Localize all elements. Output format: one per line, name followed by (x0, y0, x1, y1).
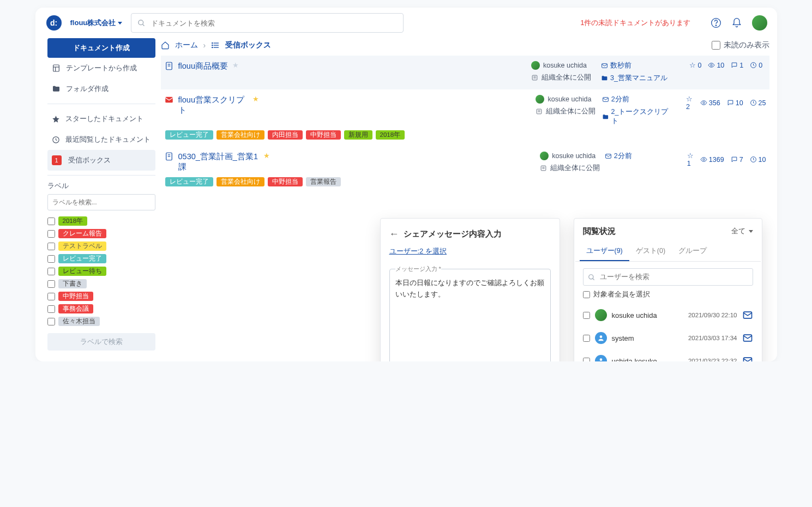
doc-title[interactable]: flouu商品概要 (178, 61, 228, 71)
user-row[interactable]: kosuke uchida 2021/09/30 22:10 (580, 304, 756, 327)
label-row[interactable]: レビュー完了 (47, 252, 155, 265)
doc-card[interactable]: flouu営業スクリプト ★ kosuke uchida 組織全体に公開 2分前… (161, 89, 769, 146)
breadcrumb-sep: › (203, 41, 206, 50)
star-icon[interactable]: ★ (232, 61, 239, 69)
label-checkbox[interactable] (47, 305, 55, 313)
breadcrumb-home[interactable]: ホーム (175, 40, 198, 50)
user-row[interactable]: uchida kosuke 2021/03/23 22:32 (580, 349, 756, 361)
sidebar-recent[interactable]: 最近閲覧したドキュメント (47, 129, 155, 150)
doc-time: 2分前 (605, 152, 675, 161)
user-select-link[interactable]: ユーザー:2 を選択 (389, 247, 447, 255)
doc-folder[interactable]: 3_営業マニュアル (601, 74, 677, 83)
stat-comments: 1 (731, 62, 743, 69)
doc-folder[interactable]: 2_トークスクリプト (602, 107, 674, 126)
svg-point-21 (711, 64, 712, 66)
envelope-icon[interactable] (742, 333, 753, 343)
svg-point-37 (703, 159, 705, 160)
label-tag: テストラベル (58, 242, 106, 251)
sidebar-starred[interactable]: スターしたドキュメント (47, 108, 155, 129)
doc-author: kosuke uchida (531, 61, 597, 70)
label-search-input[interactable] (47, 194, 155, 210)
doc-card[interactable]: flouu商品概要 ★ kosuke uchida 組織全体に公開 数秒前 3_… (161, 56, 769, 89)
label-row[interactable]: クレーム報告 (47, 227, 155, 240)
stat-history: 10 (750, 156, 766, 164)
create-doc-button[interactable]: ドキュメント作成 (47, 38, 155, 58)
stat-comments: 10 (727, 99, 743, 107)
message-textarea[interactable] (395, 277, 545, 361)
label-checkbox[interactable] (47, 255, 55, 263)
envelope-icon[interactable] (742, 355, 753, 361)
doc-tag: 2018年 (376, 130, 405, 140)
user-checkbox[interactable] (583, 358, 590, 362)
label-row[interactable]: 2018年 (47, 215, 155, 227)
label-checkbox[interactable] (47, 243, 55, 250)
label-row[interactable]: 下書き (47, 277, 155, 290)
label-checkbox[interactable] (47, 293, 55, 300)
help-icon[interactable] (711, 17, 721, 28)
svg-point-13 (212, 47, 213, 47)
doc-tag: 営業報告 (306, 177, 341, 186)
tab-groups[interactable]: グループ (672, 242, 713, 261)
label-checkbox[interactable] (47, 230, 55, 238)
sidebar-from-template[interactable]: テンプレートから作成 (47, 58, 155, 79)
unread-only-toggle[interactable]: 未読のみ表示 (712, 40, 769, 50)
label-row[interactable]: 事務会議 (47, 303, 155, 315)
user-checkbox[interactable] (583, 335, 590, 342)
doc-card[interactable]: 0530_営業計画_営業1課 ★ kosuke uchida 組織全体に公開 2… (161, 146, 769, 193)
sidebar-item-label: テンプレートから作成 (66, 63, 137, 73)
home-icon (161, 41, 170, 50)
filter-dropdown[interactable]: 全て (731, 227, 753, 236)
org-selector[interactable]: flouu株式会社 (70, 18, 123, 28)
user-row[interactable]: system 2021/03/03 17:34 (580, 327, 756, 349)
search-input[interactable] (131, 13, 404, 33)
user-avatar (595, 355, 607, 361)
user-name: system (612, 334, 634, 342)
stat-views: 1369 (700, 156, 724, 164)
label-row[interactable]: 中野担当 (47, 290, 155, 303)
sidebar-item-label: フォルダ作成 (66, 84, 109, 94)
caret-down-icon (118, 22, 122, 25)
select-all-checkbox[interactable] (583, 291, 590, 298)
label-tag: 下書き (58, 279, 87, 288)
doc-tag: 中野担当 (268, 177, 303, 186)
doc-tag: 内田担当 (268, 130, 303, 140)
user-timestamp: 2021/03/23 22:32 (688, 358, 737, 361)
label-checkbox[interactable] (47, 218, 55, 225)
user-name: kosuke uchida (612, 311, 657, 319)
unread-only-checkbox[interactable] (712, 41, 720, 50)
caret-down-icon (749, 230, 753, 233)
doc-author: kosuke uchida (540, 152, 600, 160)
star-icon[interactable]: ★ (263, 152, 270, 160)
back-arrow-icon[interactable]: ← (389, 228, 399, 240)
label-checkbox[interactable] (47, 318, 55, 325)
search-icon (588, 273, 596, 281)
svg-point-0 (139, 20, 143, 25)
svg-point-11 (212, 43, 213, 43)
label-checkbox[interactable] (47, 268, 55, 275)
user-search-input[interactable] (583, 268, 753, 286)
doc-title[interactable]: 0530_営業計画_営業1課 (178, 152, 260, 172)
label-tag: 中野担当 (58, 292, 93, 301)
sidebar-inbox[interactable]: 1 受信ボックス (47, 150, 155, 171)
doc-author: kosuke uchida (536, 95, 597, 104)
label-row[interactable]: レビュー待ち (47, 265, 155, 277)
envelope-icon[interactable] (742, 310, 753, 321)
bell-icon[interactable] (731, 17, 742, 28)
star-icon[interactable]: ★ (252, 95, 259, 103)
tab-guests[interactable]: ゲスト(0) (629, 242, 672, 261)
doc-time: 数秒前 (601, 61, 677, 70)
label-checkbox[interactable] (47, 280, 55, 288)
tab-users[interactable]: ユーザー(9) (580, 242, 629, 261)
doc-title[interactable]: flouu営業スクリプト (178, 95, 249, 116)
select-all-row[interactable]: 対象者全員を選択 (575, 286, 761, 301)
breadcrumb-current: 受信ボックス (225, 40, 271, 50)
unread-notice: 1件の未読ドキュメントがあります (580, 18, 690, 28)
document-icon (164, 152, 174, 161)
label-search-button[interactable]: ラベルで検索 (47, 333, 155, 351)
label-row[interactable]: テストラベル (47, 240, 155, 252)
sidebar-item-label: 最近閲覧したドキュメント (65, 135, 151, 144)
avatar[interactable] (752, 15, 767, 31)
user-checkbox[interactable] (583, 312, 590, 319)
label-row[interactable]: 佐々木担当 (47, 315, 155, 328)
sidebar-create-folder[interactable]: フォルダ作成 (47, 79, 155, 99)
